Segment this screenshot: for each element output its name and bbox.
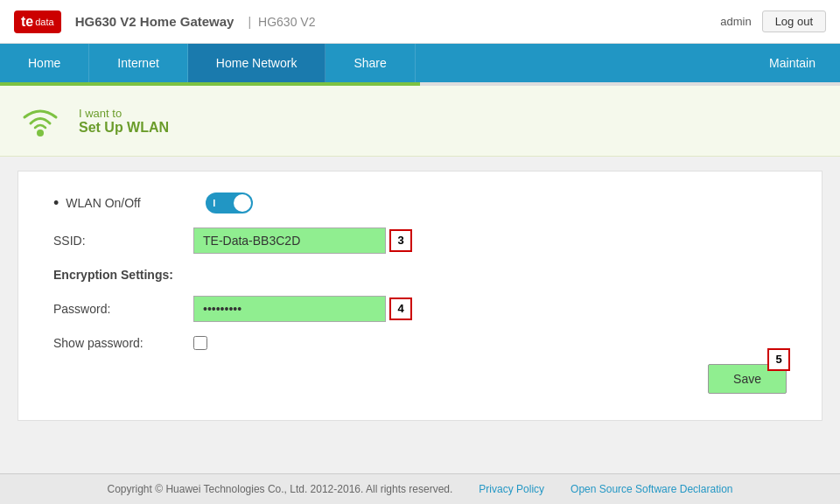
show-password-checkbox[interactable] [193,336,207,350]
footer: Copyright © Huawei Technologies Co., Ltd… [0,473,840,504]
header: te data HG630 V2 Home Gateway | HG630 V2… [0,0,840,44]
wifi-icon-container [18,98,63,144]
header-right: admin Log out [720,10,826,32]
ssid-row: SSID: 3 [53,228,787,254]
header-title: HG630 V2 Home Gateway [75,14,234,29]
ssid-step-badge: 3 [389,229,412,252]
wlan-toggle-row: • WLAN On/Off I [53,192,787,214]
nav-item-internet[interactable]: Internet [89,44,187,82]
nav-item-home[interactable]: Home [0,44,89,82]
ssid-label: SSID: [53,234,193,248]
brand-suffix: data [35,17,53,27]
password-row: Password: 4 [53,296,787,322]
save-button-wrapper: 5 Save [53,364,787,394]
save-btn-area: 5 Save [708,364,787,394]
header-divider: | [248,15,251,29]
logout-button[interactable]: Log out [762,10,826,32]
password-step-badge: 4 [389,298,412,320]
ssid-input[interactable] [193,228,386,254]
wlan-toggle[interactable]: I [206,192,253,214]
save-step-badge: 5 [767,348,790,371]
logo: te data [14,10,61,33]
svg-point-0 [37,130,44,136]
show-password-label: Show password: [53,336,193,350]
admin-label: admin [720,15,751,28]
nav-item-maintain[interactable]: Maintain [745,44,840,82]
encryption-row: Encryption Settings: [53,268,787,282]
opensource-link[interactable]: Open Source Software Declaration [570,483,732,495]
wlan-label: WLAN On/Off [66,196,206,210]
banner: I want to Set Up WLAN [0,86,840,157]
banner-text: I want to Set Up WLAN [79,107,169,136]
privacy-policy-link[interactable]: Privacy Policy [479,483,544,495]
ssid-input-wrapper: 3 [193,228,412,254]
footer-copyright: Copyright © Huawei Technologies Co., Ltd… [108,483,453,495]
encryption-label: Encryption Settings: [53,268,193,282]
main-content: • WLAN On/Off I SSID: 3 Encryption Setti… [18,171,822,421]
nav-spacer [416,44,745,82]
banner-main: Set Up WLAN [79,120,169,136]
toggle-knob [234,194,251,212]
navigation: Home Internet Home Network Share Maintai… [0,44,840,82]
password-input-wrapper: 4 [193,296,412,322]
header-subtitle: HG630 V2 [258,15,315,29]
nav-item-home-network[interactable]: Home Network [188,44,326,82]
brand-badge: te data [14,10,61,33]
bullet-icon: • [53,194,59,213]
toggle-label: I [213,198,215,208]
show-password-row: Show password: [53,336,787,350]
password-label: Password: [53,302,193,316]
nav-item-share[interactable]: Share [326,44,415,82]
wifi-icon [18,98,63,144]
brand-text: te [21,14,33,30]
banner-sub: I want to [79,107,169,120]
password-input[interactable] [193,296,386,322]
